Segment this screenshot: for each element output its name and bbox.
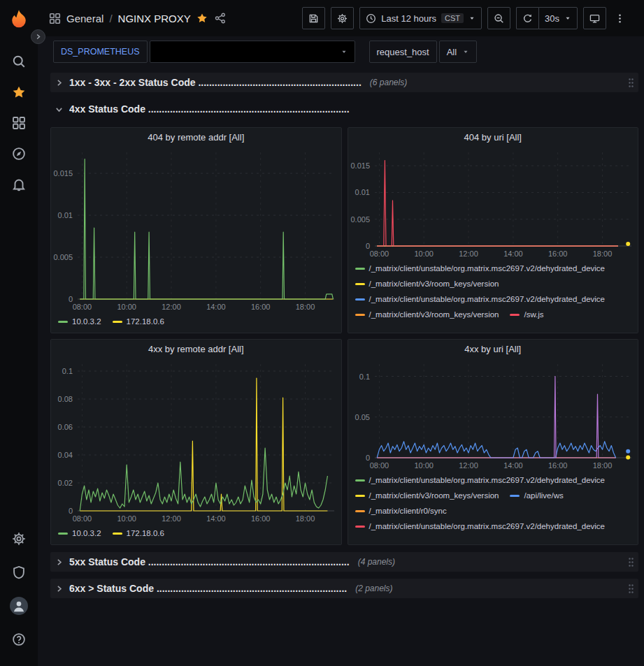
- panel-chart[interactable]: 00.050.108:0010:0012:0014:0016:0018:00: [348, 359, 638, 472]
- legend-item[interactable]: /sw.js: [510, 307, 543, 322]
- kebab-menu-button[interactable]: [612, 7, 634, 29]
- main-area: General / NGINX PROXY L: [38, 0, 644, 666]
- refresh-control: 30s: [516, 7, 578, 29]
- alerting-bell-icon[interactable]: [5, 171, 33, 198]
- panel-title[interactable]: 404 by remote addr [All]: [51, 128, 341, 147]
- legend-item[interactable]: /_matrix/client/unstable/org.matrix.msc2…: [355, 472, 606, 488]
- share-icon[interactable]: [215, 13, 226, 24]
- sidebar-expand-button[interactable]: [31, 29, 45, 44]
- zoom-out-button[interactable]: [487, 7, 510, 29]
- dashboard-settings-button[interactable]: [331, 7, 354, 29]
- chart-canvas[interactable]: 00.050.108:0010:0012:0014:0016:0018:00: [348, 359, 638, 472]
- panel-row-bottom: 4xx by remote addr [All] 00.020.040.060.…: [50, 339, 638, 545]
- svg-text:12:00: 12:00: [459, 461, 478, 470]
- row-6xx-status-code[interactable]: 6xx > Status Code ......................…: [50, 579, 638, 598]
- legend-color-marker: [355, 510, 365, 512]
- time-range-label: Last 12 hours: [381, 13, 436, 24]
- legend-item[interactable]: 10.0.3.2: [58, 314, 101, 329]
- legend-color-marker: [355, 479, 365, 482]
- legend-label: /sw.js: [524, 310, 543, 319]
- legend-item[interactable]: /_matrix/client/r0/sync: [355, 503, 447, 519]
- legend-color-marker: [355, 268, 365, 270]
- panel-title[interactable]: 404 by uri [All]: [348, 128, 638, 147]
- save-dashboard-button[interactable]: [302, 7, 325, 29]
- tv-mode-button[interactable]: [583, 7, 606, 29]
- grafana-logo[interactable]: [8, 8, 29, 29]
- sidebar-nav: [5, 45, 33, 201]
- row-title: 5xx Status Code ........................…: [69, 556, 350, 567]
- dashboards-icon[interactable]: [5, 109, 33, 137]
- variable-value-text: All: [447, 47, 457, 57]
- sidebar-bottom-nav: [5, 522, 33, 656]
- svg-text:14:00: 14:00: [206, 514, 226, 523]
- time-range-picker[interactable]: Last 12 hours CST: [359, 7, 482, 29]
- svg-text:0.01: 0.01: [58, 211, 73, 219]
- legend-item[interactable]: /_matrix/client/v3/room_keys/version: [355, 307, 499, 322]
- legend-label: /_matrix/client/r0/sync: [369, 507, 447, 515]
- svg-text:10:00: 10:00: [117, 514, 136, 523]
- user-avatar[interactable]: [5, 592, 33, 620]
- legend-item[interactable]: 172.18.0.6: [113, 526, 164, 541]
- variable-value-request-host[interactable]: All: [439, 41, 477, 63]
- legend-item[interactable]: /_matrix/client/unstable/org.matrix.msc2…: [355, 291, 606, 307]
- dashboard-content: 1xx - 3xx - 2xx Status Code ............…: [38, 67, 644, 666]
- breadcrumb-title[interactable]: NGINX PROXY: [118, 13, 191, 24]
- help-icon[interactable]: [5, 625, 33, 653]
- variable-value-ds-prometheus[interactable]: [150, 41, 355, 63]
- legend-label: 172.18.0.6: [127, 529, 164, 537]
- row-5xx-status-code[interactable]: 5xx Status Code ........................…: [50, 552, 638, 572]
- svg-text:0.015: 0.015: [53, 169, 73, 178]
- panel-title[interactable]: 4xx by remote addr [All]: [51, 340, 341, 359]
- admin-shield-icon[interactable]: [5, 558, 33, 586]
- clock-icon: [366, 13, 376, 24]
- legend-label: /_matrix/client/v3/room_keys/version: [369, 310, 499, 319]
- legend-label: 10.0.3.2: [72, 529, 101, 537]
- legend-item[interactable]: /api/live/ws: [510, 488, 563, 503]
- row-drag-handle[interactable]: [628, 584, 634, 594]
- legend-label: /_matrix/client/v3/room_keys/version: [369, 491, 499, 500]
- chart-canvas[interactable]: 00.0050.010.01508:0010:0012:0014:0016:00…: [348, 147, 638, 260]
- panel-chart[interactable]: 00.0050.010.01508:0010:0012:0014:0016:00…: [51, 147, 341, 313]
- chart-canvas[interactable]: 00.0050.010.01508:0010:0012:0014:0016:00…: [51, 147, 341, 313]
- svg-text:0.015: 0.015: [350, 161, 370, 170]
- starred-icon[interactable]: [5, 78, 33, 106]
- refresh-interval-dropdown[interactable]: 30s: [538, 7, 578, 29]
- row-panel-count: (6 panels): [370, 78, 407, 87]
- panel-row-top: 404 by remote addr [All] 00.0050.010.015…: [50, 127, 638, 333]
- legend-item[interactable]: /_matrix/client/v3/room_keys/version: [355, 488, 499, 503]
- row-drag-handle[interactable]: [628, 557, 634, 567]
- svg-text:18:00: 18:00: [592, 249, 612, 258]
- legend-color-marker: [113, 533, 122, 535]
- refresh-button[interactable]: [516, 7, 538, 29]
- timezone-badge: CST: [441, 13, 464, 23]
- row-4xx-status-code[interactable]: 4xx Status Code ........................…: [50, 99, 638, 119]
- breadcrumb-separator: /: [109, 13, 112, 24]
- svg-text:0.1: 0.1: [359, 372, 369, 381]
- variable-label-ds-prometheus[interactable]: DS_PROMETHEUS: [53, 41, 148, 63]
- legend-item[interactable]: /_matrix/client/v3/room_keys/version: [355, 276, 499, 291]
- legend-label: /_matrix/client/unstable/org.matrix.msc2…: [369, 295, 606, 303]
- variable-label-request-host[interactable]: request_host: [369, 41, 437, 63]
- svg-text:18:00: 18:00: [296, 514, 315, 523]
- svg-text:0.08: 0.08: [58, 395, 73, 403]
- chart-canvas[interactable]: 00.020.040.060.080.108:0010:0012:0014:00…: [51, 359, 341, 525]
- panel-chart[interactable]: 00.020.040.060.080.108:0010:0012:0014:00…: [51, 359, 341, 525]
- chevron-right-icon: [55, 584, 64, 593]
- row-title: 1xx - 3xx - 2xx Status Code ............…: [69, 77, 362, 88]
- top-navbar: General / NGINX PROXY L: [38, 0, 644, 36]
- panel-title[interactable]: 4xx by uri [All]: [348, 340, 638, 359]
- explore-compass-icon[interactable]: [5, 140, 33, 168]
- legend-item[interactable]: 172.18.0.6: [113, 314, 164, 329]
- legend-item[interactable]: 10.0.3.2: [58, 526, 101, 541]
- panel-chart[interactable]: 00.0050.010.01508:0010:0012:0014:0016:00…: [348, 147, 638, 260]
- legend-label: /_matrix/client/unstable/org.matrix.msc2…: [369, 264, 606, 273]
- row-drag-handle[interactable]: [628, 78, 634, 88]
- grafana-app: General / NGINX PROXY L: [0, 0, 644, 666]
- legend-item[interactable]: /_matrix/client/unstable/org.matrix.msc2…: [355, 519, 606, 534]
- legend-item[interactable]: /_matrix/client/unstable/org.matrix.msc2…: [355, 261, 606, 276]
- settings-gear-icon[interactable]: [5, 525, 33, 553]
- search-icon[interactable]: [5, 48, 33, 75]
- row-1xx-3xx-2xx-status-code[interactable]: 1xx - 3xx - 2xx Status Code ............…: [50, 73, 638, 92]
- breadcrumb-section[interactable]: General: [66, 13, 103, 24]
- favorite-star-icon[interactable]: [196, 13, 208, 24]
